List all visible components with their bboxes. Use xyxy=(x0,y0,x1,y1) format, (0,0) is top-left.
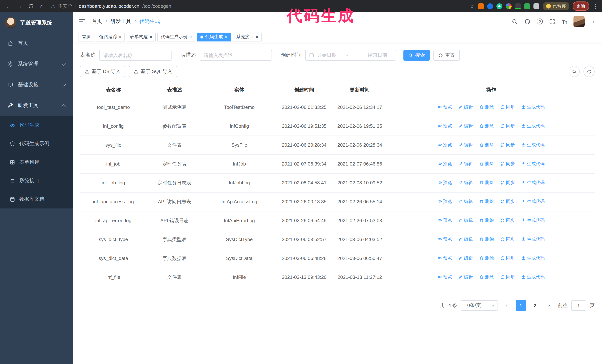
generate-code-link[interactable]: 生成代码 xyxy=(521,254,545,262)
goto-page-input[interactable] xyxy=(571,300,586,311)
tab-codegen[interactable]: 代码生成 × xyxy=(197,32,231,41)
close-icon[interactable]: × xyxy=(150,35,152,39)
update-button[interactable]: 更新 xyxy=(573,1,589,11)
refresh-table-button[interactable] xyxy=(583,66,595,77)
extension-icon[interactable] xyxy=(524,3,530,9)
tab-system-api[interactable]: 系统接口 × xyxy=(233,32,262,41)
preview-link[interactable]: 预览 xyxy=(438,254,452,262)
edit-link[interactable]: 编辑 xyxy=(458,179,473,186)
browser-back-button[interactable]: ← xyxy=(4,1,13,11)
sidebar-item-home[interactable]: 首页 xyxy=(0,33,73,54)
sync-link[interactable]: 同步 xyxy=(500,179,515,186)
edit-link[interactable]: 编辑 xyxy=(458,198,473,205)
tab-codegen-example[interactable]: 代码生成示例 × xyxy=(157,32,195,41)
edit-link[interactable]: 编辑 xyxy=(458,122,473,130)
delete-link[interactable]: 删除 xyxy=(479,141,494,148)
sidebar-item-system[interactable]: 系统管理 xyxy=(0,54,73,74)
import-sql-button[interactable]: 基于 SQL 导入 xyxy=(129,66,177,77)
generate-code-link[interactable]: 生成代码 xyxy=(521,160,545,167)
sync-link[interactable]: 同步 xyxy=(500,103,515,111)
font-size-icon[interactable]: TT xyxy=(562,19,567,24)
reset-button[interactable]: 重置 xyxy=(433,50,460,61)
preview-link[interactable]: 预览 xyxy=(438,141,452,148)
edit-link[interactable]: 编辑 xyxy=(458,141,473,148)
delete-link[interactable]: 删除 xyxy=(479,236,494,243)
sync-link[interactable]: 同步 xyxy=(500,254,515,262)
browser-menu-icon[interactable]: ⋮ xyxy=(593,3,598,9)
preview-link[interactable]: 预览 xyxy=(438,236,452,243)
sidebar-item-db-doc[interactable]: 数据库文档 xyxy=(0,190,73,208)
close-icon[interactable]: × xyxy=(119,35,121,39)
delete-link[interactable]: 删除 xyxy=(479,254,494,262)
search-icon[interactable] xyxy=(512,18,518,25)
next-page-button[interactable]: › xyxy=(544,300,554,311)
delete-link[interactable]: 删除 xyxy=(479,160,494,167)
edit-link[interactable]: 编辑 xyxy=(458,103,473,111)
edit-link[interactable]: 编辑 xyxy=(458,273,473,281)
extension-icon[interactable] xyxy=(515,3,521,9)
browser-forward-button[interactable]: → xyxy=(15,1,24,11)
extension-icon[interactable] xyxy=(496,3,502,9)
avatar-caret-icon[interactable]: ▾ xyxy=(592,19,595,24)
sync-link[interactable]: 同步 xyxy=(500,198,515,205)
search-button[interactable]: 搜索 xyxy=(403,50,430,61)
tab-home[interactable]: 首页 xyxy=(78,32,94,41)
extension-icon[interactable] xyxy=(506,3,512,9)
edit-link[interactable]: 编辑 xyxy=(458,254,473,262)
generate-code-link[interactable]: 生成代码 xyxy=(521,236,545,243)
extension-icon[interactable] xyxy=(478,3,484,9)
github-icon[interactable] xyxy=(524,18,530,25)
tab-tracing[interactable]: 链路追踪 × xyxy=(96,32,125,41)
preview-link[interactable]: 预览 xyxy=(438,103,452,111)
sync-link[interactable]: 同步 xyxy=(500,236,515,243)
paused-badge[interactable]: 已暂停 xyxy=(543,2,570,10)
sidebar-collapse-button[interactable] xyxy=(78,18,86,25)
bookmark-star-icon[interactable]: ☆ xyxy=(470,3,474,10)
delete-link[interactable]: 删除 xyxy=(479,273,494,281)
close-icon[interactable]: × xyxy=(189,35,192,39)
generate-code-link[interactable]: 生成代码 xyxy=(521,179,545,186)
import-db-button[interactable]: 基于 DB 导入 xyxy=(80,66,125,77)
close-icon[interactable]: × xyxy=(225,35,227,39)
sync-link[interactable]: 同步 xyxy=(500,273,515,281)
generate-code-link[interactable]: 生成代码 xyxy=(521,141,545,148)
delete-link[interactable]: 删除 xyxy=(479,179,494,186)
delete-link[interactable]: 删除 xyxy=(479,198,494,205)
sidebar-item-system-api[interactable]: 系统接口 xyxy=(0,171,73,190)
fullscreen-icon[interactable] xyxy=(549,18,555,25)
edit-link[interactable]: 编辑 xyxy=(458,217,473,224)
generate-code-link[interactable]: 生成代码 xyxy=(521,103,545,111)
help-icon[interactable]: ? xyxy=(537,19,543,24)
preview-link[interactable]: 预览 xyxy=(438,198,452,205)
sidebar-item-infrastructure[interactable]: 基础设施 xyxy=(0,74,73,95)
page-button-2[interactable]: 2 xyxy=(530,300,540,311)
preview-link[interactable]: 预览 xyxy=(438,160,452,167)
generate-code-link[interactable]: 生成代码 xyxy=(521,217,545,224)
prev-page-button[interactable]: ‹ xyxy=(502,300,512,311)
breadcrumb-dev-tools[interactable]: 研发工具 xyxy=(110,18,131,25)
preview-link[interactable]: 预览 xyxy=(438,179,452,186)
extension-icon[interactable] xyxy=(487,3,493,9)
toggle-search-button[interactable] xyxy=(569,66,580,77)
close-icon[interactable]: × xyxy=(256,35,258,39)
delete-link[interactable]: 删除 xyxy=(479,103,494,111)
preview-link[interactable]: 预览 xyxy=(438,122,452,130)
breadcrumb-home[interactable]: 首页 xyxy=(92,18,102,25)
address-bar[interactable]: ⚠ 不安全 dashboard.yudao.iocoder.cn/tool/co… xyxy=(51,3,468,10)
user-avatar[interactable] xyxy=(574,16,585,27)
delete-link[interactable]: 删除 xyxy=(479,217,494,224)
sync-link[interactable]: 同步 xyxy=(500,217,515,224)
page-size-select[interactable]: 10条/页 ▾ xyxy=(461,300,498,311)
sidebar-item-form-builder[interactable]: 表单构建 xyxy=(0,153,73,171)
extensions-puzzle-icon[interactable] xyxy=(533,3,539,9)
tab-form-builder[interactable]: 表单构建 × xyxy=(127,32,156,41)
sync-link[interactable]: 同步 xyxy=(500,141,515,148)
table-desc-input[interactable] xyxy=(200,50,272,61)
app-logo[interactable]: 芋道管理系统 xyxy=(0,12,73,33)
sidebar-item-dev-tools[interactable]: 研发工具 xyxy=(0,95,73,116)
preview-link[interactable]: 预览 xyxy=(438,217,452,224)
generate-code-link[interactable]: 生成代码 xyxy=(521,122,545,130)
table-name-input[interactable] xyxy=(99,50,172,61)
preview-link[interactable]: 预览 xyxy=(438,273,452,281)
generate-code-link[interactable]: 生成代码 xyxy=(521,273,545,281)
